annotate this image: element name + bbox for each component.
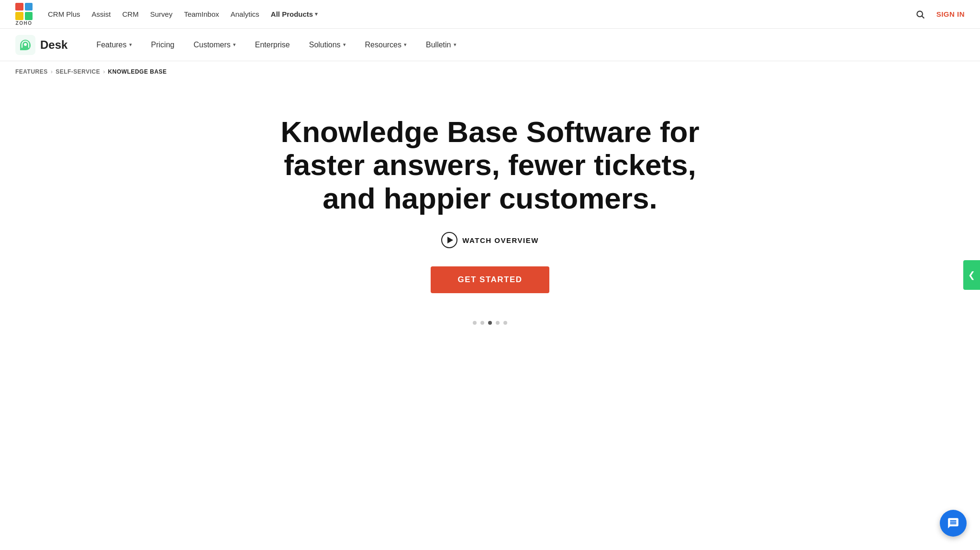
breadcrumb-separator-1: › bbox=[51, 68, 53, 75]
svg-point-3 bbox=[24, 43, 27, 46]
desk-nav-solutions[interactable]: Solutions ▾ bbox=[300, 29, 356, 61]
dot-3[interactable] bbox=[488, 321, 492, 325]
watch-overview-link[interactable]: WATCH OVERVIEW bbox=[441, 232, 539, 248]
nav-all-products[interactable]: All Products ▾ bbox=[271, 10, 318, 18]
nav-assist[interactable]: Assist bbox=[92, 10, 111, 18]
chevron-down-icon: ▾ bbox=[343, 42, 346, 48]
dot-2 bbox=[480, 321, 484, 325]
get-started-button[interactable]: GET STARTED bbox=[431, 266, 549, 293]
breadcrumb: FEATURES › SELF-SERVICE › KNOWLEDGE BASE bbox=[0, 61, 980, 82]
play-icon bbox=[441, 232, 457, 248]
hero-title: Knowledge Base Software for faster answe… bbox=[279, 115, 701, 215]
dot-1 bbox=[473, 321, 477, 325]
desk-nav-resources[interactable]: Resources ▾ bbox=[356, 29, 416, 61]
dot-5 bbox=[503, 321, 507, 325]
chevron-down-icon: ▾ bbox=[129, 42, 132, 48]
breadcrumb-separator-2: › bbox=[103, 68, 105, 75]
desk-nav-bulletin[interactable]: Bulletin ▾ bbox=[416, 29, 466, 61]
breadcrumb-self-service[interactable]: SELF-SERVICE bbox=[56, 68, 100, 75]
search-icon bbox=[915, 10, 925, 19]
breadcrumb-current: KNOWLEDGE BASE bbox=[108, 68, 167, 75]
nav-crm[interactable]: CRM bbox=[122, 10, 139, 18]
top-nav-right: SIGN IN bbox=[913, 8, 965, 21]
svg-line-1 bbox=[922, 16, 924, 18]
desk-nav-enterprise[interactable]: Enterprise bbox=[245, 29, 300, 61]
desk-logo-text: Desk bbox=[40, 38, 67, 52]
chevron-down-icon: ▾ bbox=[315, 11, 318, 17]
nav-survey[interactable]: Survey bbox=[150, 10, 173, 18]
desk-logo[interactable]: Desk bbox=[15, 35, 67, 55]
watch-overview-label: WATCH OVERVIEW bbox=[462, 236, 539, 244]
svg-point-0 bbox=[917, 11, 923, 17]
desk-nav: Desk Features ▾ Pricing Customers ▾ Ente… bbox=[0, 29, 980, 61]
desk-nav-pricing[interactable]: Pricing bbox=[142, 29, 184, 61]
dots-row bbox=[0, 308, 980, 332]
desk-logo-icon bbox=[15, 35, 35, 55]
chevron-left-icon: ❮ bbox=[968, 270, 975, 280]
desk-nav-links: Features ▾ Pricing Customers ▾ Enterpris… bbox=[87, 29, 466, 61]
sign-in-link[interactable]: SIGN IN bbox=[936, 10, 965, 18]
nav-crm-plus[interactable]: CRM Plus bbox=[48, 10, 80, 18]
zoho-logo[interactable]: ZOHO bbox=[15, 3, 33, 26]
chevron-down-icon: ▾ bbox=[454, 42, 457, 48]
dot-4 bbox=[496, 321, 500, 325]
top-nav-links: CRM Plus Assist CRM Survey TeamInbox Ana… bbox=[48, 10, 904, 18]
desk-nav-features[interactable]: Features ▾ bbox=[87, 29, 141, 61]
nav-analytics[interactable]: Analytics bbox=[231, 10, 259, 18]
breadcrumb-features[interactable]: FEATURES bbox=[15, 68, 48, 75]
chevron-down-icon: ▾ bbox=[404, 42, 407, 48]
top-nav: ZOHO CRM Plus Assist CRM Survey TeamInbo… bbox=[0, 0, 980, 29]
side-panel-toggle[interactable]: ❮ bbox=[963, 260, 980, 290]
chevron-down-icon: ▾ bbox=[233, 42, 236, 48]
hero-section: Knowledge Base Software for faster answe… bbox=[0, 82, 980, 308]
desk-nav-customers[interactable]: Customers ▾ bbox=[184, 29, 245, 61]
search-button[interactable] bbox=[913, 8, 927, 21]
nav-teaminbox[interactable]: TeamInbox bbox=[184, 10, 219, 18]
